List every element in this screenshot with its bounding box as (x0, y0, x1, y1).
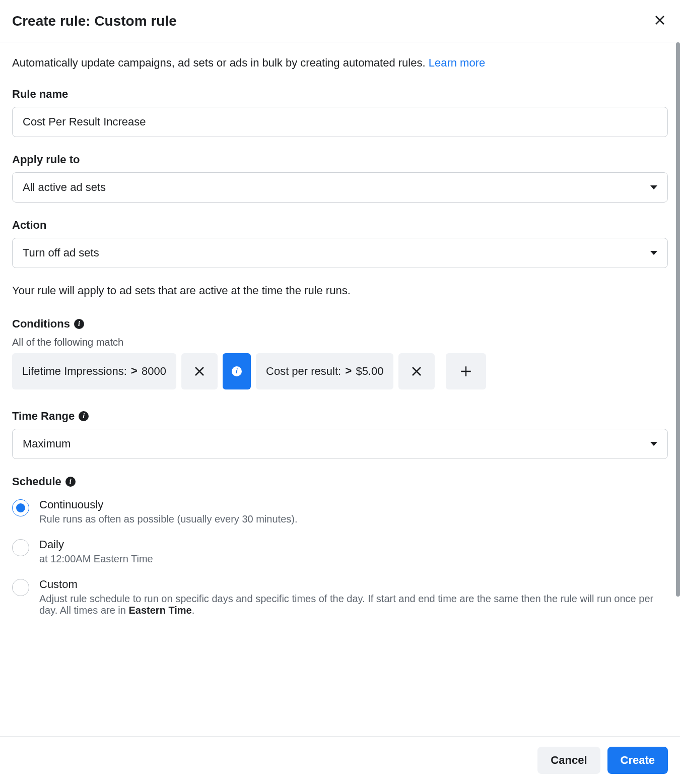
radio-desc-bold: Eastern Time (128, 605, 191, 616)
chevron-down-icon (650, 251, 657, 255)
info-icon[interactable]: i (74, 319, 84, 329)
radio-button[interactable] (12, 579, 29, 596)
remove-condition-button[interactable] (181, 353, 218, 389)
radio-desc-post: . (192, 605, 195, 616)
modal-footer: Cancel Create (0, 736, 680, 784)
intro-text: Automatically update campaigns, ad sets … (12, 56, 668, 70)
schedule-label: Schedule i (12, 475, 668, 488)
radio-desc: at 12:00AM Eastern Time (39, 553, 153, 565)
condition-chip[interactable]: Lifetime Impressions: > 8000 (12, 353, 176, 389)
close-icon (654, 14, 666, 26)
create-rule-modal: Create rule: Custom rule Automatically u… (0, 0, 680, 784)
schedule-option-continuously[interactable]: Continuously Rule runs as often as possi… (12, 498, 668, 525)
conditions-row: Lifetime Impressions: > 8000 i Cost per … (12, 353, 668, 389)
radio-button[interactable] (12, 539, 29, 556)
plus-icon (459, 365, 472, 378)
info-icon: i (232, 366, 242, 376)
radio-title: Custom (39, 578, 668, 591)
info-icon[interactable]: i (65, 477, 76, 487)
close-icon (411, 365, 423, 377)
conditions-subtext: All of the following match (12, 337, 668, 348)
apply-to-label: Apply rule to (12, 153, 668, 166)
time-range-value: Maximum (23, 437, 71, 450)
condition-chip[interactable]: Cost per result: > $5.00 (256, 353, 393, 389)
schedule-option-daily[interactable]: Daily at 12:00AM Eastern Time (12, 538, 668, 565)
radio-content: Custom Adjust rule schedule to run on sp… (39, 578, 668, 616)
info-icon[interactable]: i (79, 411, 89, 421)
action-value: Turn off ad sets (23, 246, 99, 259)
conditions-label-text: Conditions (12, 317, 70, 331)
time-range-select[interactable]: Maximum (12, 429, 668, 459)
schedule-label-text: Schedule (12, 475, 61, 488)
close-icon (193, 365, 206, 377)
intro-copy: Automatically update campaigns, ad sets … (12, 56, 429, 69)
time-range-label-text: Time Range (12, 410, 75, 423)
remove-condition-button[interactable] (398, 353, 435, 389)
radio-desc: Adjust rule schedule to run on specific … (39, 593, 668, 616)
rule-name-label: Rule name (12, 88, 668, 101)
radio-title: Continuously (39, 498, 297, 511)
radio-button[interactable] (12, 499, 29, 516)
radio-content: Daily at 12:00AM Eastern Time (39, 538, 153, 565)
radio-desc: Rule runs as often as possible (usually … (39, 513, 297, 525)
modal-body: Automatically update campaigns, ad sets … (0, 42, 680, 736)
action-label: Action (12, 219, 668, 232)
add-condition-button[interactable] (446, 353, 486, 389)
condition-value: 8000 (142, 365, 166, 378)
close-button[interactable] (652, 12, 668, 30)
schedule-radio-group: Continuously Rule runs as often as possi… (12, 498, 668, 616)
apply-to-value: All active ad sets (23, 181, 106, 194)
schedule-option-custom[interactable]: Custom Adjust rule schedule to run on sp… (12, 578, 668, 616)
condition-metric: Lifetime Impressions: (22, 365, 127, 378)
apply-note: Your rule will apply to ad sets that are… (12, 284, 668, 297)
create-button[interactable]: Create (607, 747, 668, 774)
condition-op: > (131, 365, 138, 378)
radio-dot (16, 503, 25, 512)
condition-info-button[interactable]: i (223, 353, 251, 389)
modal-header: Create rule: Custom rule (0, 0, 680, 42)
chevron-down-icon (650, 185, 657, 189)
apply-to-select[interactable]: All active ad sets (12, 172, 668, 203)
condition-metric: Cost per result: (266, 365, 341, 378)
action-select[interactable]: Turn off ad sets (12, 238, 668, 268)
time-range-label: Time Range i (12, 410, 668, 423)
condition-op: > (345, 365, 352, 378)
rule-name-input[interactable] (12, 107, 668, 137)
radio-title: Daily (39, 538, 153, 551)
cancel-button[interactable]: Cancel (537, 747, 600, 774)
modal-title: Create rule: Custom rule (12, 13, 177, 29)
chevron-down-icon (650, 442, 657, 446)
scrollbar-thumb[interactable] (676, 42, 680, 597)
condition-value: $5.00 (356, 365, 383, 378)
conditions-label: Conditions i (12, 317, 668, 331)
radio-content: Continuously Rule runs as often as possi… (39, 498, 297, 525)
learn-more-link[interactable]: Learn more (429, 56, 486, 69)
